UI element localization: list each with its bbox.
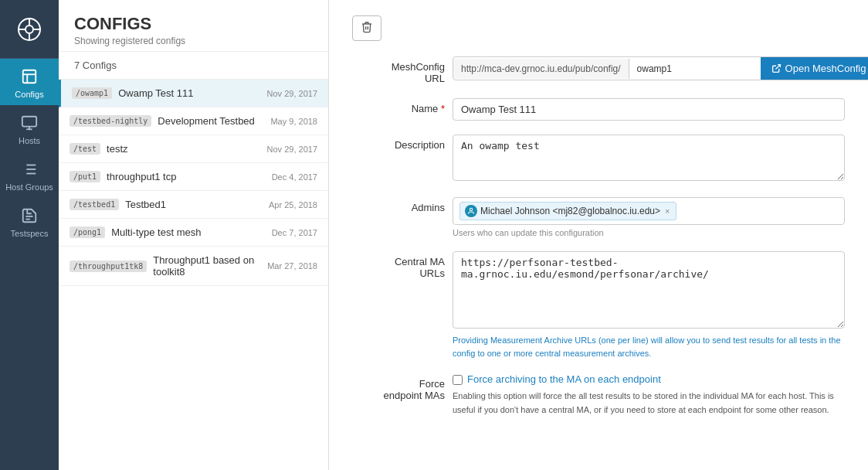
admin-avatar xyxy=(465,205,477,217)
config-date: Nov 29, 2017 xyxy=(267,145,317,154)
description-label: Description xyxy=(352,135,445,151)
host-groups-icon xyxy=(21,161,38,178)
nav-logo xyxy=(0,0,59,59)
admin-name: Michael Johnson <mj82@globalnoc.iu.edu> xyxy=(480,206,660,216)
nav-item-testspecs-label: Testspecs xyxy=(11,229,49,238)
config-date: Apr 25, 2018 xyxy=(269,200,317,209)
config-list-item[interactable]: /put1 throughput1 tcp Dec 4, 2017 xyxy=(59,163,328,191)
config-date: May 9, 2018 xyxy=(270,117,317,126)
crosshair-icon xyxy=(15,15,43,43)
detail-toolbar xyxy=(352,15,845,41)
central-ma-info: Providing Measurement Archive URLs (one … xyxy=(453,334,845,359)
page-title: CONFIGS xyxy=(74,14,313,34)
admins-tag-container[interactable]: Michael Johnson <mj82@globalnoc.iu.edu> … xyxy=(453,197,845,225)
config-list-item[interactable]: /pong1 Multi-type test mesh Dec 7, 2017 xyxy=(59,219,328,247)
meshconfig-url-label: MeshConfigURL xyxy=(352,56,445,84)
name-field xyxy=(453,98,845,121)
testspecs-icon xyxy=(21,207,38,224)
force-endpoint-label: Forceendpoint MAs xyxy=(352,373,445,401)
nav-item-hosts-label: Hosts xyxy=(19,136,40,145)
meshconfig-slug-input[interactable] xyxy=(629,59,761,79)
force-desc: Enabling this option will force the all … xyxy=(453,390,845,417)
name-input[interactable] xyxy=(453,98,845,121)
description-textarea[interactable] xyxy=(453,135,845,181)
config-tag: /owamp1 xyxy=(72,87,112,99)
nav-item-hosts[interactable]: Hosts xyxy=(0,105,59,152)
svg-rect-6 xyxy=(23,70,36,83)
config-tag: /test xyxy=(70,143,100,155)
config-date: Mar 27, 2018 xyxy=(267,261,317,271)
config-date: Dec 7, 2017 xyxy=(272,228,317,237)
svg-point-1 xyxy=(25,26,33,33)
force-endpoint-row: Forceendpoint MAs Force archiving to the… xyxy=(352,373,845,417)
user-icon xyxy=(467,207,475,215)
config-tag: /put1 xyxy=(70,171,100,182)
config-name: testz xyxy=(107,143,260,155)
meshconfig-url-row: MeshConfigURL http://mca-dev.grnoc.iu.ed… xyxy=(352,56,845,84)
nav-item-host-groups[interactable]: Host Groups xyxy=(0,152,59,198)
config-list-item[interactable]: /owamp1 Owamp Test 111 Nov 29, 2017 xyxy=(59,80,328,107)
nav-item-configs-label: Configs xyxy=(15,90,43,99)
force-endpoint-field: Force archiving to the MA on each endpoi… xyxy=(453,373,845,417)
open-meshconfig-button[interactable]: Open MeshConfig xyxy=(761,57,868,80)
config-tag: /testbed1 xyxy=(70,199,119,210)
svg-line-20 xyxy=(775,65,780,70)
delete-button[interactable] xyxy=(352,15,381,41)
force-checkbox-label: Force archiving to the MA on each endpoi… xyxy=(467,373,661,385)
config-name: Owamp Test 111 xyxy=(118,87,260,99)
name-label: Name * xyxy=(352,98,445,114)
open-meshconfig-label: Open MeshConfig xyxy=(785,63,866,74)
list-panel: CONFIGS Showing registered configs 7 Con… xyxy=(59,0,329,470)
hosts-icon xyxy=(21,114,38,131)
force-checkbox-row: Force archiving to the MA on each endpoi… xyxy=(453,373,845,385)
nav-item-testspecs[interactable]: Testspecs xyxy=(0,198,59,244)
config-date: Nov 29, 2017 xyxy=(267,89,317,98)
svg-rect-9 xyxy=(22,117,36,127)
meshconfig-url-group: http://mca-dev.grnoc.iu.edu/pub/config/ … xyxy=(453,56,868,80)
config-name: Testbed1 xyxy=(125,199,263,210)
config-list-item[interactable]: /test testz Nov 29, 2017 xyxy=(59,135,328,163)
trash-icon xyxy=(361,21,373,33)
central-ma-label: Central MAURLs xyxy=(352,251,445,279)
central-ma-row: Central MAURLs Providing Measurement Arc… xyxy=(352,251,845,359)
meshconfig-base-url: http://mca-dev.grnoc.iu.edu/pub/config/ xyxy=(453,59,629,79)
admin-tag: Michael Johnson <mj82@globalnoc.iu.edu> … xyxy=(459,202,676,220)
config-date: Dec 4, 2017 xyxy=(272,172,317,182)
config-list-item[interactable]: /throughput1tk8 Throughput1 based on too… xyxy=(59,247,328,286)
force-checkbox[interactable] xyxy=(453,375,463,385)
central-ma-textarea[interactable] xyxy=(453,251,845,329)
config-list: /owamp1 Owamp Test 111 Nov 29, 2017 /tes… xyxy=(59,80,328,470)
meshconfig-url-field: http://mca-dev.grnoc.iu.edu/pub/config/ … xyxy=(453,56,868,80)
nav-item-configs[interactable]: Configs xyxy=(0,59,59,105)
nav-item-host-groups-label: Host Groups xyxy=(5,182,53,192)
central-ma-field: Providing Measurement Archive URLs (one … xyxy=(453,251,845,359)
left-nav: Configs Hosts Host Groups Testspecs xyxy=(0,0,59,470)
list-subtitle: Showing registered configs xyxy=(74,36,313,46)
config-tag: /throughput1tk8 xyxy=(70,261,147,272)
description-field xyxy=(453,135,845,183)
list-header: CONFIGS Showing registered configs xyxy=(59,0,328,52)
svg-point-21 xyxy=(470,208,472,210)
config-name: Development Testbed xyxy=(158,115,264,127)
config-name: throughput1 tcp xyxy=(107,171,266,182)
config-tag: /testbed-nightly xyxy=(70,115,151,127)
admin-remove-button[interactable]: × xyxy=(663,206,671,216)
admins-row: Admins Michael Johnson <mj82@globalnoc.i… xyxy=(352,197,845,237)
configs-icon xyxy=(21,68,38,85)
config-list-item[interactable]: /testbed-nightly Development Testbed May… xyxy=(59,107,328,135)
detail-panel: MeshConfigURL http://mca-dev.grnoc.iu.ed… xyxy=(329,0,868,470)
admins-field: Michael Johnson <mj82@globalnoc.iu.edu> … xyxy=(453,197,845,237)
admins-label: Admins xyxy=(352,197,445,213)
name-row: Name * xyxy=(352,98,845,121)
admins-helper-text: Users who can update this configuration xyxy=(453,228,845,237)
config-tag: /pong1 xyxy=(70,226,105,238)
description-row: Description xyxy=(352,135,845,183)
config-list-item[interactable]: /testbed1 Testbed1 Apr 25, 2018 xyxy=(59,191,328,219)
config-name: Throughput1 based on toolkit8 xyxy=(153,254,261,278)
config-name: Multi-type test mesh xyxy=(111,226,266,238)
list-count: 7 Configs xyxy=(59,52,328,80)
name-required: * xyxy=(441,103,445,114)
external-link-icon xyxy=(771,63,782,73)
